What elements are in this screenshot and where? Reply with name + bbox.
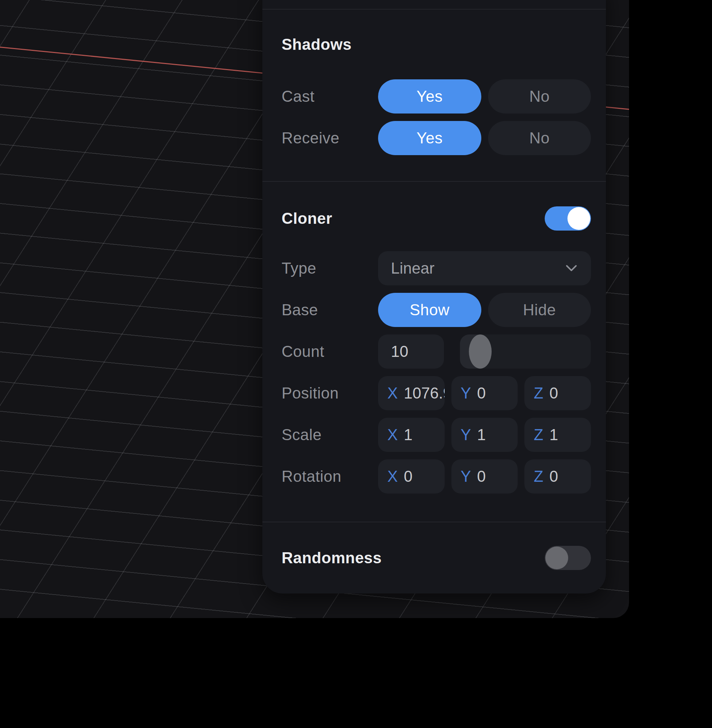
receive-label: Receive — [282, 129, 378, 147]
cast-yes-button[interactable]: Yes — [378, 79, 481, 114]
y-axis-letter: Y — [461, 426, 471, 444]
randomness-section: Randomness — [263, 522, 606, 593]
x-axis-letter: X — [387, 426, 398, 444]
type-label: Type — [282, 259, 378, 277]
randomness-toggle-knob — [545, 546, 568, 569]
count-input[interactable]: 10 — [378, 334, 444, 368]
position-x-input[interactable]: X 1076.9 — [378, 376, 445, 410]
z-axis-letter: Z — [534, 468, 543, 485]
z-axis-letter: Z — [534, 384, 543, 402]
count-row: Count 10 — [282, 334, 591, 368]
y-axis-letter: Y — [461, 468, 471, 485]
properties-panel: Shadows Cast Yes No Receive Yes No Clone… — [263, 0, 606, 593]
x-axis-letter: X — [387, 384, 398, 402]
cloner-section: Cloner Type Linear Base — [263, 182, 606, 522]
cast-no-button[interactable]: No — [488, 79, 591, 114]
receive-no-button[interactable]: No — [488, 121, 591, 155]
count-slider-thumb[interactable] — [469, 334, 492, 368]
position-row: Position X 1076.9 Y 0 Z 0 — [282, 376, 591, 410]
base-show-button[interactable]: Show — [378, 293, 481, 327]
scale-y-input[interactable]: Y 1 — [451, 418, 518, 452]
x-axis-letter: X — [387, 468, 398, 485]
rotation-z-input[interactable]: Z 0 — [524, 459, 591, 494]
scale-z-input[interactable]: Z 1 — [524, 418, 591, 452]
position-label: Position — [282, 384, 378, 402]
receive-yes-button[interactable]: Yes — [378, 121, 481, 155]
scale-x-input[interactable]: X 1 — [378, 418, 445, 452]
shadows-section: Shadows Cast Yes No Receive Yes No — [263, 10, 606, 181]
base-hide-button[interactable]: Hide — [488, 293, 591, 327]
y-axis-letter: Y — [461, 384, 471, 402]
rotation-x-input[interactable]: X 0 — [378, 459, 445, 494]
count-label: Count — [282, 343, 378, 360]
randomness-toggle[interactable] — [545, 546, 591, 570]
receive-row: Receive Yes No — [282, 121, 591, 155]
cast-row: Cast Yes No — [282, 79, 591, 114]
type-dropdown[interactable]: Linear — [378, 251, 591, 286]
rotation-row: Rotation X 0 Y 0 Z 0 — [282, 459, 591, 494]
cloner-title: Cloner — [282, 209, 332, 228]
cloner-toggle[interactable] — [545, 206, 591, 231]
chevron-down-icon — [565, 264, 577, 272]
panel-section-above — [263, 0, 606, 9]
position-z-input[interactable]: Z 0 — [524, 376, 591, 410]
base-row: Base Show Hide — [282, 293, 591, 327]
scale-row: Scale X 1 Y 1 Z 1 — [282, 418, 591, 452]
rotation-y-input[interactable]: Y 0 — [451, 459, 518, 494]
cast-label: Cast — [282, 87, 378, 105]
rotation-label: Rotation — [282, 468, 378, 485]
type-row: Type Linear — [282, 251, 591, 286]
scale-label: Scale — [282, 426, 378, 444]
position-y-input[interactable]: Y 0 — [451, 376, 518, 410]
cloner-toggle-knob — [567, 207, 590, 230]
z-axis-letter: Z — [534, 426, 543, 444]
randomness-title: Randomness — [282, 549, 382, 567]
randomness-header: Randomness — [282, 546, 591, 570]
type-dropdown-value: Linear — [391, 259, 434, 277]
shadows-title: Shadows — [282, 35, 591, 54]
base-label: Base — [282, 301, 378, 319]
count-slider[interactable] — [460, 334, 591, 368]
cloner-header: Cloner — [282, 206, 591, 231]
